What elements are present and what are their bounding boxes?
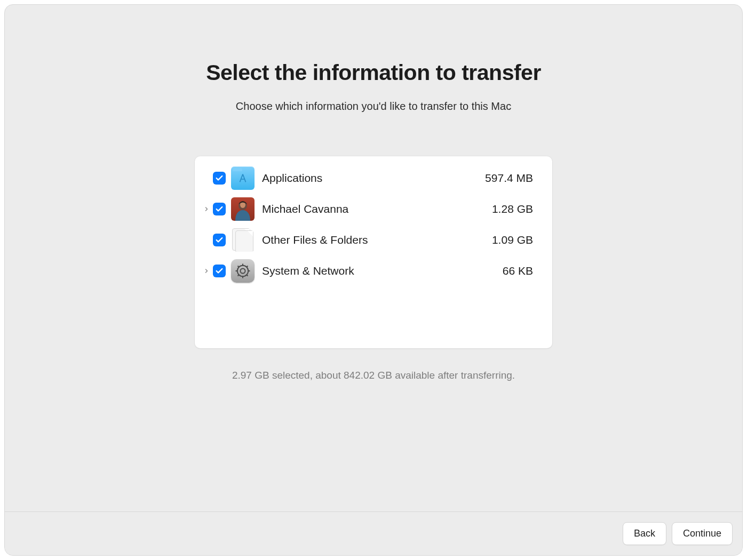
- list-item[interactable]: Michael Cavanna 1.28 GB: [195, 194, 552, 225]
- item-checkbox[interactable]: [213, 172, 226, 185]
- item-size: 1.28 GB: [492, 203, 533, 215]
- migration-assistant-window: Select the information to transfer Choos…: [4, 4, 743, 556]
- list-item[interactable]: System & Network 66 KB: [195, 255, 552, 286]
- apps-folder-icon: [231, 166, 255, 190]
- user-avatar-icon: [231, 197, 255, 221]
- checkmark-icon: [215, 174, 224, 182]
- chevron-right-icon: [203, 206, 210, 212]
- gear-icon: [234, 262, 252, 280]
- list-item[interactable]: Other Files & Folders 1.09 GB: [195, 225, 552, 255]
- item-checkbox[interactable]: [213, 234, 226, 246]
- chevron-right-icon: [203, 268, 210, 274]
- transfer-items-list: Applications 597.4 MB: [195, 156, 552, 348]
- continue-button[interactable]: Continue: [672, 522, 733, 545]
- item-size: 1.09 GB: [492, 234, 533, 246]
- item-label: Applications: [262, 172, 485, 185]
- item-size: 597.4 MB: [485, 172, 533, 185]
- content-area: Select the information to transfer Choos…: [5, 5, 742, 555]
- disclosure-triangle[interactable]: [200, 206, 213, 212]
- status-text: 2.97 GB selected, about 842.02 GB availa…: [232, 370, 515, 381]
- person-silhouette-icon: [231, 197, 255, 221]
- item-checkbox[interactable]: [213, 265, 226, 277]
- checkmark-icon: [215, 267, 224, 275]
- button-bar: Back Continue: [5, 511, 742, 555]
- checkmark-icon: [215, 236, 224, 244]
- system-prefs-icon: [231, 259, 255, 283]
- back-button[interactable]: Back: [623, 522, 666, 545]
- page-subtitle: Choose which information you'd like to t…: [236, 100, 511, 113]
- item-label: Other Files & Folders: [262, 234, 492, 246]
- a-glyph-icon: [237, 172, 249, 184]
- list-item[interactable]: Applications 597.4 MB: [195, 163, 552, 194]
- checkmark-icon: [215, 205, 224, 213]
- item-label: Michael Cavanna: [262, 203, 492, 215]
- item-size: 66 KB: [503, 265, 533, 277]
- item-label: System & Network: [262, 265, 503, 277]
- svg-point-3: [237, 266, 248, 276]
- svg-point-2: [240, 268, 245, 273]
- page-title: Select the information to transfer: [206, 60, 541, 85]
- documents-icon: [231, 228, 255, 252]
- item-checkbox[interactable]: [213, 203, 226, 215]
- disclosure-triangle[interactable]: [200, 268, 213, 274]
